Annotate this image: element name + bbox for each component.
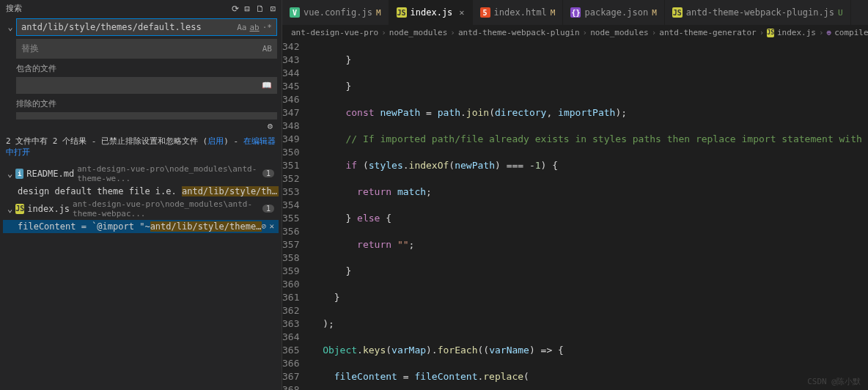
breadcrumb[interactable]: ant-design-vue-pro› node_modules› antd-t… (282, 25, 868, 40)
js-icon: JS (15, 204, 24, 214)
md-icon: i (15, 169, 23, 179)
tab-bar: Vvue.config.jsM JSindex.js✕ 5index.htmlM… (282, 0, 868, 25)
replace-placeholder: 替换 (21, 43, 39, 55)
result-file-1[interactable]: ⌄ i README.md ant-design-vue-pro\node_mo… (3, 163, 279, 185)
close-icon[interactable]: ✕ (269, 221, 274, 231)
file-path: ant-design-vue-pro\node_modules\antd-the… (77, 164, 260, 183)
exclude-input[interactable] (16, 112, 277, 119)
editor-pane: Vvue.config.jsM JSindex.js✕ 5index.htmlM… (282, 0, 868, 390)
regex-icon[interactable]: ·* (262, 23, 272, 32)
chevron-down-icon: ⌄ (7, 204, 12, 214)
search-input[interactable]: antd/lib/style/themes/default.less Aa ab… (16, 18, 277, 36)
toggle-replace-icon[interactable]: ⌄ (4, 22, 16, 32)
collapse-icon[interactable]: ⊡ (271, 4, 276, 14)
method-icon: ⊕ (827, 28, 832, 37)
exclude-label: 排除的文件 (0, 95, 282, 111)
enable-link[interactable]: 启用 (207, 136, 224, 146)
file-name: README.md (26, 169, 74, 179)
new-file-icon[interactable]: 🗋 (256, 4, 265, 14)
match-count: 1 (262, 169, 274, 177)
result-match-1[interactable]: design default theme file i.e. antd/lib/… (3, 185, 279, 198)
js-icon: JS (397, 7, 407, 18)
dismiss-icon[interactable]: ⊘ (262, 221, 267, 231)
chevron-down-icon: ⌄ (7, 169, 12, 179)
file-name: index.js (27, 204, 70, 214)
search-input-text: antd/lib/style/themes/default.less (21, 22, 202, 32)
match-count: 1 (262, 205, 274, 213)
tab-vue-config[interactable]: Vvue.config.jsM (282, 0, 389, 25)
refresh-icon[interactable]: ⟳ (232, 4, 239, 14)
tab-package-json[interactable]: {}package.jsonM (563, 0, 664, 25)
gear-icon[interactable]: ⚙ (268, 121, 273, 131)
result-file-2[interactable]: ⌄ JS index.js ant-design-vue-pro\node_mo… (3, 198, 279, 220)
book-icon[interactable]: 📖 (262, 81, 272, 90)
file-path: ant-design-vue-pro\node_modules\antd-the… (73, 199, 260, 218)
include-input[interactable]: 📖 (16, 77, 277, 94)
watermark: CSDN @陈小默 (807, 376, 861, 387)
results-tree: ⌄ i README.md ant-design-vue-pro\node_mo… (0, 163, 282, 233)
search-actions: ⟳ ⊟ 🗋 ⊡ (232, 4, 276, 14)
json-icon: {} (570, 7, 581, 18)
replace-all-icon[interactable]: AB (262, 44, 272, 54)
js-icon: JS (767, 29, 774, 37)
code-area[interactable]: 3423433443453463473483493503513523533543… (282, 40, 868, 390)
tab-index-js[interactable]: JSindex.js✕ (389, 0, 473, 25)
js-icon: JS (672, 7, 683, 18)
line-numbers: 3423433443453463473483493503513523533543… (282, 40, 311, 390)
html-icon: 5 (480, 7, 490, 18)
results-summary: 2 文件中有 2 个结果 - 已禁止排除设置和忽略文件 (启用) - 在编辑器中… (0, 131, 282, 163)
search-options: Aa ab ·* (237, 23, 272, 32)
include-label: 包含的文件 (0, 60, 282, 76)
search-title: 搜索 (6, 3, 22, 14)
word-icon[interactable]: ab (250, 23, 260, 32)
case-icon[interactable]: Aa (237, 23, 246, 32)
result-match-2[interactable]: fileContent = `@import "~antd/lib/style/… (3, 220, 279, 233)
tab-plugin-js[interactable]: JSantd-theme-webpack-plugin.jsU (665, 0, 851, 25)
close-icon[interactable]: ✕ (459, 7, 464, 18)
search-panel: 搜索 ⟳ ⊟ 🗋 ⊡ ⌄ antd/lib/style/themes/defau… (0, 0, 282, 390)
clear-icon[interactable]: ⊟ (245, 4, 250, 14)
vue-icon: V (290, 7, 300, 18)
replace-input[interactable]: 替换 AB (16, 39, 277, 59)
tab-index-html[interactable]: 5index.htmlM (473, 0, 564, 25)
code-lines[interactable]: } } const newPath = path.join(directory,… (311, 40, 868, 390)
